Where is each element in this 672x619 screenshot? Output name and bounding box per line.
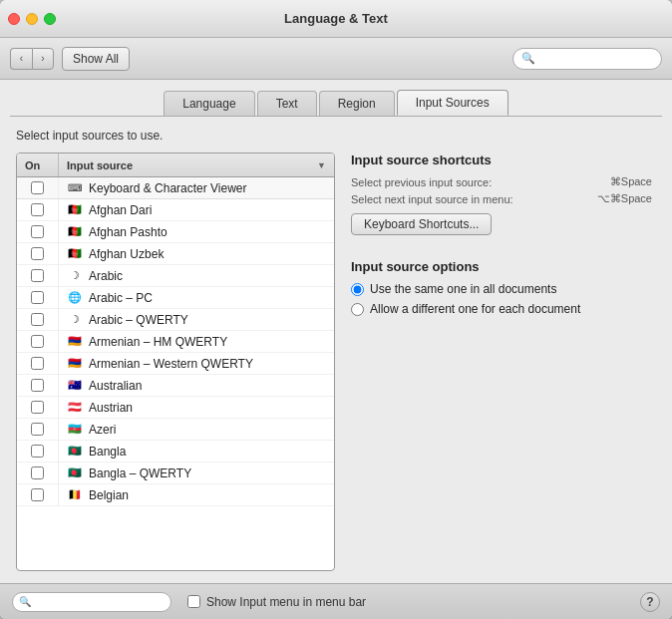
bottom-search-input[interactable] bbox=[34, 596, 165, 608]
checkbox-armenian-western[interactable] bbox=[31, 357, 44, 370]
flag-australian: 🇦🇺 bbox=[67, 380, 83, 392]
traffic-lights bbox=[8, 13, 56, 25]
item-label-afghan-dari: 🇦🇫 Afghan Dari bbox=[59, 203, 334, 217]
list-item: 🇧🇩 Bangla bbox=[17, 441, 334, 463]
checkbox-arabic-pc[interactable] bbox=[31, 291, 44, 304]
item-checkbox-afghan-uzbek[interactable] bbox=[17, 243, 59, 264]
checkbox-austrian[interactable] bbox=[31, 401, 44, 414]
item-checkbox-belgian[interactable] bbox=[17, 484, 59, 505]
checkbox-azeri[interactable] bbox=[31, 423, 44, 436]
checkbox-arabic-qwerty[interactable] bbox=[31, 313, 44, 326]
flag-afghan-dari: 🇦🇫 bbox=[67, 204, 83, 216]
tab-bar: Language Text Region Input Sources bbox=[0, 80, 672, 116]
radio-same-all[interactable] bbox=[351, 283, 364, 296]
flag-bangla: 🇧🇩 bbox=[67, 446, 83, 458]
list-header-on: On bbox=[17, 154, 59, 176]
keyboard-viewer-icon: ⌨ bbox=[67, 182, 83, 194]
back-button[interactable]: ‹ bbox=[10, 48, 32, 70]
checkbox-australian[interactable] bbox=[31, 379, 44, 392]
item-label-armenian-hm: 🇦🇲 Armenian – HM QWERTY bbox=[59, 335, 334, 349]
toolbar: ‹ › Show All 🔍 bbox=[0, 38, 672, 80]
options-title: Input source options bbox=[351, 259, 656, 274]
shortcut-row-1: Select previous input source: ⌘Space bbox=[351, 175, 656, 188]
item-label-arabic-qwerty: ☽ Arabic – QWERTY bbox=[59, 313, 334, 327]
bottom-search-box: 🔍 bbox=[12, 592, 171, 612]
show-menu-label[interactable]: Show Input menu in menu bar bbox=[187, 595, 366, 609]
list-item: 🇦🇫 Afghan Pashto bbox=[17, 221, 334, 243]
list-item: ☽ Arabic bbox=[17, 265, 334, 287]
search-icon: 🔍 bbox=[521, 52, 535, 65]
nav-buttons: ‹ › bbox=[10, 48, 54, 70]
close-button[interactable] bbox=[8, 13, 20, 25]
radio-different-each[interactable] bbox=[351, 303, 364, 316]
flag-bangla-qwerty: 🇧🇩 bbox=[67, 467, 83, 479]
keyboard-shortcuts-button[interactable]: Keyboard Shortcuts... bbox=[351, 213, 492, 235]
checkbox-belgian[interactable] bbox=[31, 488, 44, 501]
radio-option-different-each[interactable]: Allow a different one for each document bbox=[351, 302, 656, 316]
radio-different-each-label: Allow a different one for each document bbox=[370, 302, 580, 316]
item-checkbox-afghan-dari[interactable] bbox=[17, 199, 59, 220]
show-menu-text: Show Input menu in menu bar bbox=[206, 595, 366, 609]
item-checkbox-azeri[interactable] bbox=[17, 419, 59, 440]
forward-button[interactable]: › bbox=[32, 48, 54, 70]
item-checkbox-armenian-hm[interactable] bbox=[17, 331, 59, 352]
radio-same-all-blue: all bbox=[483, 282, 495, 296]
item-label-australian: 🇦🇺 Australian bbox=[59, 379, 334, 393]
main-window: Language & Text ‹ › Show All 🔍 Language … bbox=[0, 0, 672, 619]
checkbox-bangla-qwerty[interactable] bbox=[31, 466, 44, 479]
list-item: 🇧🇪 Belgian bbox=[17, 484, 334, 506]
item-checkbox-arabic-pc[interactable] bbox=[17, 287, 59, 308]
item-checkbox-australian[interactable] bbox=[17, 375, 59, 396]
checkbox-afghan-uzbek[interactable] bbox=[31, 247, 44, 260]
item-checkbox-arabic[interactable] bbox=[17, 265, 59, 286]
item-checkbox-austrian[interactable] bbox=[17, 397, 59, 418]
input-list-panel: On Input source ▼ ⌨ Keyboard & bbox=[16, 153, 335, 571]
flag-belgian: 🇧🇪 bbox=[67, 489, 83, 501]
shortcuts-title: Input source shortcuts bbox=[351, 153, 656, 167]
minimize-button[interactable] bbox=[26, 13, 38, 25]
item-checkbox-armenian-western[interactable] bbox=[17, 353, 59, 374]
checkbox-bangla[interactable] bbox=[31, 445, 44, 458]
list-item: 🇧🇩 Bangla – QWERTY bbox=[17, 463, 334, 484]
tab-language[interactable]: Language bbox=[164, 91, 254, 116]
maximize-button[interactable] bbox=[44, 13, 56, 25]
item-checkbox-bangla[interactable] bbox=[17, 441, 59, 462]
tab-input-sources[interactable]: Input Sources bbox=[397, 90, 508, 116]
checkbox-keyboard[interactable] bbox=[31, 181, 44, 194]
item-checkbox-keyboard[interactable] bbox=[17, 177, 59, 198]
checkbox-afghan-pashto[interactable] bbox=[31, 225, 44, 238]
content-area: On Input source ▼ ⌨ Keyboard & bbox=[16, 153, 656, 571]
list-item: ☽ Arabic – QWERTY bbox=[17, 309, 334, 331]
flag-afghan-pashto: 🇦🇫 bbox=[67, 226, 83, 238]
item-checkbox-bangla-qwerty[interactable] bbox=[17, 463, 59, 483]
right-panel: Input source shortcuts Select previous i… bbox=[351, 153, 656, 571]
item-checkbox-arabic-qwerty[interactable] bbox=[17, 309, 59, 330]
help-button[interactable]: ? bbox=[640, 592, 660, 612]
options-section: Input source options Use the same one in… bbox=[351, 259, 656, 322]
item-checkbox-afghan-pashto[interactable] bbox=[17, 221, 59, 242]
flag-azeri: 🇦🇿 bbox=[67, 424, 83, 436]
radio-same-all-label: Use the same one in all documents bbox=[370, 282, 556, 296]
main-content: Select input sources to use. On Input so… bbox=[0, 117, 672, 583]
radio-option-same-all[interactable]: Use the same one in all documents bbox=[351, 282, 656, 296]
shortcut-key-1: ⌘Space bbox=[610, 175, 652, 188]
list-item: 🇦🇺 Australian bbox=[17, 375, 334, 397]
item-label-keyboard: ⌨ Keyboard & Character Viewer bbox=[59, 181, 334, 195]
tab-text[interactable]: Text bbox=[257, 91, 317, 116]
flag-austrian: 🇦🇹 bbox=[67, 402, 83, 414]
search-input[interactable] bbox=[539, 53, 653, 65]
checkbox-afghan-dari[interactable] bbox=[31, 203, 44, 216]
flag-arabic-qwerty: ☽ bbox=[67, 314, 83, 326]
show-menu-checkbox[interactable] bbox=[187, 595, 200, 608]
shortcuts-section: Input source shortcuts Select previous i… bbox=[351, 153, 656, 235]
item-label-arabic-pc: 🌐 Arabic – PC bbox=[59, 291, 334, 305]
flag-arabic: ☽ bbox=[67, 270, 83, 282]
list-item: 🇦🇹 Austrian bbox=[17, 397, 334, 419]
list-header-source: Input source ▼ bbox=[59, 159, 334, 171]
list-items[interactable]: ⌨ Keyboard & Character Viewer 🇦🇫 Afghan … bbox=[17, 177, 334, 570]
checkbox-arabic[interactable] bbox=[31, 269, 44, 282]
show-all-button[interactable]: Show All bbox=[62, 47, 130, 71]
checkbox-armenian-hm[interactable] bbox=[31, 335, 44, 348]
tab-region[interactable]: Region bbox=[319, 91, 395, 116]
item-label-afghan-uzbek: 🇦🇫 Afghan Uzbek bbox=[59, 247, 334, 261]
